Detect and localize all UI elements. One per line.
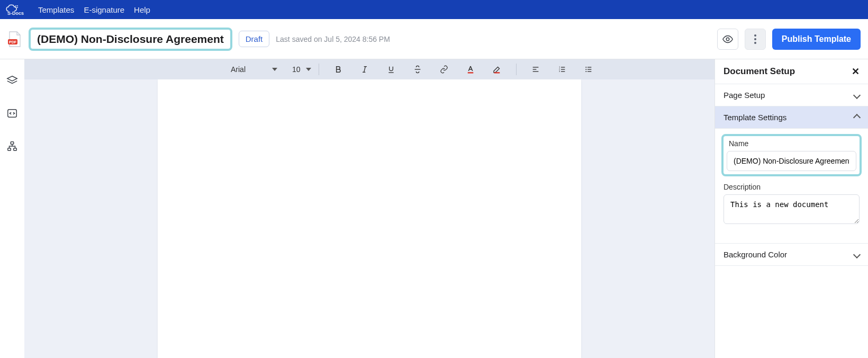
svg-point-2: [15, 7, 16, 8]
list-ol-icon: 123: [558, 65, 566, 74]
description-input[interactable]: [724, 194, 860, 224]
svg-point-32: [585, 67, 586, 68]
svg-point-10: [754, 42, 756, 44]
svg-line-18: [364, 67, 365, 73]
code-icon: [6, 108, 18, 119]
section-template-settings[interactable]: Template Settings: [715, 106, 868, 129]
link-button[interactable]: [437, 62, 451, 77]
svg-point-1: [17, 5, 18, 6]
name-input[interactable]: [727, 151, 856, 171]
highlight-button[interactable]: [490, 62, 504, 77]
strikethrough-icon: [413, 65, 422, 74]
svg-point-8: [754, 34, 756, 37]
document-title-box[interactable]: (DEMO) Non-Disclosure Agreement: [29, 28, 232, 51]
underline-button[interactable]: [384, 62, 399, 77]
document-setup-panel: Document Setup ✕ Page Setup Template Set…: [715, 59, 868, 358]
hierarchy-icon: [6, 140, 18, 152]
link-icon: [440, 65, 448, 74]
bold-icon: [334, 65, 342, 74]
name-field-highlight: Name: [721, 134, 862, 176]
caret-down-icon: [306, 68, 311, 71]
structure-button[interactable]: [5, 139, 20, 154]
svg-point-3: [17, 7, 18, 8]
nav-templates[interactable]: Templates: [38, 5, 74, 14]
eye-icon: [722, 33, 734, 45]
italic-icon: [360, 65, 369, 74]
align-button[interactable]: [528, 62, 543, 77]
description-label: Description: [724, 183, 860, 191]
text-color-icon: [466, 65, 475, 74]
kebab-icon: [754, 34, 756, 44]
font-size-select[interactable]: 10: [292, 65, 311, 74]
layers-button[interactable]: [5, 73, 20, 88]
svg-point-9: [754, 38, 756, 40]
section-page-setup[interactable]: Page Setup: [715, 84, 868, 106]
svg-point-7: [726, 38, 729, 41]
font-family-select[interactable]: Arial: [231, 65, 277, 74]
document-canvas[interactable]: [158, 79, 581, 358]
name-label: Name: [729, 139, 856, 148]
text-color-button[interactable]: [463, 62, 478, 77]
strikethrough-button[interactable]: [410, 62, 425, 77]
svg-rect-22: [494, 72, 500, 73]
list-ul-icon: [584, 65, 593, 74]
numbered-list-button[interactable]: 123: [555, 62, 569, 77]
close-panel-button[interactable]: ✕: [852, 66, 860, 77]
preview-button[interactable]: [717, 29, 738, 50]
svg-point-33: [585, 69, 586, 70]
svg-rect-15: [14, 148, 17, 151]
code-button[interactable]: [5, 106, 20, 121]
bullet-list-button[interactable]: [581, 62, 596, 77]
layers-icon: [6, 75, 18, 86]
svg-rect-21: [467, 72, 473, 73]
svg-text:S-Docs: S-Docs: [7, 11, 24, 15]
bold-button[interactable]: [331, 62, 346, 77]
chevron-up-icon: [853, 113, 861, 121]
editor-toolbar: Arial 10 123: [24, 59, 715, 79]
align-left-icon: [531, 65, 540, 74]
underline-icon: [387, 65, 395, 74]
panel-title: Document Setup: [724, 66, 795, 77]
chevron-down-icon: [853, 250, 861, 258]
brand-logo[interactable]: S-Docs: [5, 4, 29, 15]
svg-point-0: [15, 5, 16, 6]
svg-rect-13: [11, 142, 14, 145]
svg-marker-11: [7, 76, 17, 81]
section-background-color[interactable]: Background Color: [715, 244, 868, 266]
nav-esignature[interactable]: E-signature: [84, 5, 124, 14]
status-chip: Draft: [239, 31, 270, 47]
svg-rect-14: [8, 148, 11, 151]
highlight-icon: [492, 65, 502, 74]
svg-text:3: 3: [559, 70, 560, 73]
more-button[interactable]: [745, 29, 766, 50]
caret-down-icon: [272, 68, 277, 71]
svg-text:PDF: PDF: [9, 40, 17, 43]
document-title: (DEMO) Non-Disclosure Agreement: [37, 33, 224, 45]
nav-help[interactable]: Help: [134, 5, 150, 14]
svg-point-34: [585, 71, 586, 72]
publish-button[interactable]: Publish Template: [772, 29, 861, 50]
last-saved-text: Last saved on Jul 5, 2024 8:56 PM: [276, 35, 390, 43]
italic-button[interactable]: [357, 62, 372, 77]
chevron-down-icon: [853, 91, 861, 99]
pdf-icon: PDF: [7, 31, 22, 48]
